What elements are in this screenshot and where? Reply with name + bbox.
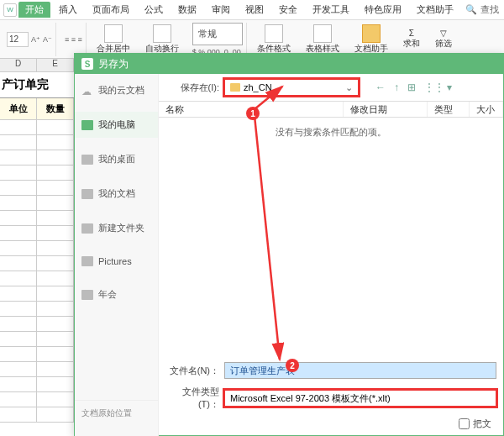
wps-logo-icon: W: [3, 3, 17, 17]
filetype-label: 文件类型(T)：: [165, 386, 219, 411]
filename-label: 文件名(N)：: [165, 365, 219, 377]
sidebar-item-docs[interactable]: 我的文档: [75, 181, 158, 207]
menu-tab-layout[interactable]: 页面布局: [86, 2, 136, 18]
table-row[interactable]: [0, 150, 74, 165]
file-list-header: 名称 修改日期 类型 大小: [159, 101, 503, 118]
sidebar-item-cloud[interactable]: 我的云文档: [75, 77, 158, 103]
save-as-new-label: 把文: [473, 418, 491, 430]
chevron-down-icon: ⌄: [345, 82, 353, 93]
col-head-d[interactable]: D: [0, 59, 37, 71]
table-row[interactable]: [0, 332, 74, 347]
menu-tab-helper[interactable]: 文档助手: [410, 2, 460, 18]
menu-tab-insert[interactable]: 插入: [52, 2, 84, 18]
header-unit[interactable]: 单位: [0, 98, 37, 119]
table-row[interactable]: [0, 226, 74, 241]
dialog-main: 保存在(I): zh_CN ⌄ ← ↑ ⊞ ⋮⋮ ▾ 名称 修改日期 类型 大小: [159, 74, 503, 436]
pc-icon: [81, 120, 93, 130]
table-row[interactable]: [0, 347, 74, 362]
nav-back-icon[interactable]: ←: [375, 81, 386, 93]
font-size-input[interactable]: 12: [7, 32, 29, 47]
table-row[interactable]: [0, 392, 74, 407]
table-row[interactable]: [0, 362, 74, 377]
col-size[interactable]: 大小: [470, 102, 503, 117]
table-row[interactable]: [0, 181, 74, 196]
table-row[interactable]: [0, 135, 74, 150]
sidebar-item-newfolder[interactable]: 新建文件夹: [75, 215, 158, 241]
empty-message: 没有与搜索条件匹配的项。: [167, 126, 495, 139]
dialog-titlebar[interactable]: S 另存为: [75, 54, 503, 74]
table-row[interactable]: [0, 196, 74, 211]
menu-tab-apps[interactable]: 特色应用: [358, 2, 408, 18]
col-name[interactable]: 名称: [159, 102, 344, 117]
menu-tab-review[interactable]: 审阅: [205, 2, 237, 18]
font-decrease[interactable]: A⁻: [43, 35, 52, 44]
menu-search[interactable]: 🔍 查找: [465, 3, 504, 16]
location-dropdown[interactable]: zh_CN ⌄: [224, 79, 359, 96]
menu-tab-security[interactable]: 安全: [272, 2, 304, 18]
menu-tab-dev[interactable]: 开发工具: [306, 2, 356, 18]
sheet-title-cell[interactable]: 产订单完: [0, 72, 74, 98]
sidebar-label-cloud: 我的云文档: [98, 84, 144, 97]
col-type[interactable]: 类型: [428, 102, 470, 117]
filename-input[interactable]: 订单管理生产表: [224, 362, 496, 379]
filter-button[interactable]: ▽ 筛选: [430, 27, 457, 51]
sidebar-label-meeting: 年会: [98, 288, 117, 301]
merge-icon: [104, 24, 123, 43]
nav-view-icon[interactable]: ⋮⋮ ▾: [424, 81, 452, 93]
folder-icon: [230, 83, 240, 92]
col-head-e[interactable]: E: [37, 59, 74, 71]
cond-format-button[interactable]: 条件格式: [252, 23, 296, 56]
header-qty[interactable]: 数量: [37, 98, 74, 119]
sidebar-label-docs: 我的文档: [98, 187, 135, 200]
table-row[interactable]: [0, 241, 74, 256]
filter-icon: ▽: [440, 29, 447, 38]
nav-newfolder-icon[interactable]: ⊞: [407, 81, 416, 93]
doc-helper-button[interactable]: 文档助手: [349, 23, 393, 56]
nav-up-icon[interactable]: ↑: [394, 81, 399, 93]
table-row[interactable]: [0, 165, 74, 181]
sum-icon: Σ: [409, 29, 414, 38]
folder-icon: [81, 155, 93, 165]
table-style-icon: [313, 24, 332, 43]
number-format-select[interactable]: 常规: [192, 23, 243, 45]
align-group: ≡ ≡ ≡: [61, 23, 87, 56]
table-row[interactable]: [0, 407, 74, 423]
table-row[interactable]: [0, 256, 74, 271]
sidebar-item-pictures[interactable]: Pictures: [75, 250, 158, 273]
menu-tab-formula[interactable]: 公式: [138, 2, 170, 18]
sidebar-origin-link[interactable]: 文档原始位置: [75, 400, 158, 426]
table-row[interactable]: [0, 377, 74, 392]
table-row[interactable]: [0, 302, 74, 317]
col-date[interactable]: 修改日期: [344, 102, 428, 117]
align-icons[interactable]: ≡ ≡ ≡: [65, 35, 82, 44]
table-style-button[interactable]: 表格样式: [301, 23, 344, 56]
save-as-new-checkbox[interactable]: [459, 418, 470, 430]
menu-tab-view[interactable]: 视图: [239, 2, 270, 18]
merge-center-button[interactable]: 合并居中: [92, 23, 135, 56]
sidebar-item-desktop[interactable]: 我的桌面: [75, 146, 158, 172]
wrap-text-button[interactable]: 自动换行: [140, 23, 184, 56]
dialog-bottom: 文件名(N)： 订单管理生产表 文件类型(T)： Microsoft Excel…: [159, 359, 503, 436]
menu-tab-start[interactable]: 开始: [18, 2, 50, 18]
table-row[interactable]: [0, 317, 74, 332]
worksheet[interactable]: D E 产订单完 单位 数量: [0, 59, 74, 436]
font-increase[interactable]: A⁺: [31, 35, 40, 44]
table-row[interactable]: [0, 271, 74, 286]
sidebar-item-meeting[interactable]: 年会: [75, 281, 158, 307]
dialog-app-icon: S: [81, 58, 93, 70]
menu-tab-data[interactable]: 数据: [171, 2, 203, 18]
dialog-title: 另存为: [98, 57, 129, 71]
sidebar-item-pc[interactable]: 我的电脑: [75, 112, 158, 138]
sidebar-label-desktop: 我的桌面: [98, 153, 135, 165]
sum-button[interactable]: Σ 求和: [398, 27, 425, 51]
sidebar-label-newfolder: 新建文件夹: [98, 222, 144, 234]
folder-icon: [81, 223, 93, 234]
search-label: 查找: [480, 3, 499, 16]
file-list-body[interactable]: 没有与搜索条件匹配的项。: [159, 118, 503, 359]
folder-icon: [81, 189, 93, 199]
table-row[interactable]: [0, 120, 74, 135]
filetype-dropdown[interactable]: Microsoft Excel 97-2003 模板文件(*.xlt): [224, 390, 496, 407]
table-row[interactable]: [0, 211, 74, 226]
table-row[interactable]: [0, 286, 74, 302]
dialog-sidebar: 我的云文档 我的电脑 我的桌面 我的文档 新建文件夹: [75, 74, 159, 436]
